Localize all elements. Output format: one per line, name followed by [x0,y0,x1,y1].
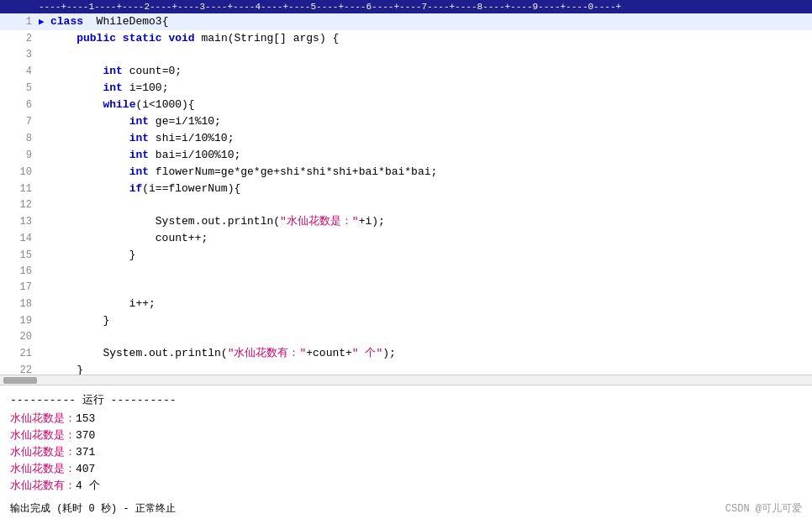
line-number-19: 19 [0,313,39,329]
output-line-2: 水仙花数是：370 [10,427,802,444]
line-number-5: 5 [0,81,39,97]
csdn-watermark: CSDN @可儿可爱 [725,501,802,516]
code-row-2: 2 public static void main(String[] args)… [0,30,812,47]
line-number-16: 16 [0,264,39,280]
line-number-13: 13 [0,214,39,230]
line-number-20: 20 [0,329,39,345]
ruler-text: ----+----1----+----2----+----3----+----4… [39,2,621,12]
output-status: 输出完成 (耗时 0 秒) - 正常终止 [10,501,176,516]
output-label-3: 水仙花数是： [10,446,76,459]
output-line-5: 水仙花数有：4 个 [10,478,802,495]
code-row-6: 6 while(i<1000){ [0,97,812,113]
code-row-22: 22 } [0,362,812,375]
line-number-8: 8 [0,131,39,147]
output-value-4: 407 [76,463,95,475]
code-row-18: 18 i++; [0,296,812,312]
code-row-14: 14 count++; [0,230,812,247]
code-row-16: 16 [0,264,812,280]
line-number-18: 18 [0,296,39,312]
code-row-20: 20 [0,329,812,345]
line-number-2: 2 [0,31,39,47]
code-row-7: 7 int ge=i/1%10; [0,113,812,130]
code-row-5: 5 int i=100; [0,80,812,97]
output-label-2: 水仙花数是： [10,429,76,442]
code-row-1: 1 ▶ class WhileDemo3{ [0,13,812,30]
line-number-15: 15 [0,248,39,264]
output-value-1: 153 [76,412,95,425]
line-number-21: 21 [0,346,39,362]
code-row-17: 17 [0,280,812,296]
code-line-15: } [49,247,812,263]
code-line-5: int i=100; [49,80,812,96]
code-row-9: 9 int bai=i/100%10; [0,147,812,164]
ruler-bar: ----+----1----+----2----+----3----+----4… [0,0,812,13]
code-line-7: int ge=i/1%10; [49,113,812,129]
line-number-1: 1 [0,14,39,30]
output-panel: ---------- 运行 ---------- 水仙花数是：153 水仙花数是… [0,385,812,519]
code-line-6: while(i<1000){ [49,97,812,113]
line-number-17: 17 [0,280,39,296]
output-line-1: 水仙花数是：153 [10,411,802,427]
code-line-14: count++; [49,230,812,246]
code-row-12: 12 [0,197,812,213]
code-line-4: int count=0; [49,63,812,79]
code-row-11: 11 if(i==flowerNum){ [0,181,812,197]
code-line-10: int flowerNum=ge*ge*ge+shi*shi*shi+bai*b… [49,164,812,180]
output-line-4: 水仙花数是：407 [10,461,802,478]
code-table: 1 ▶ class WhileDemo3{ 2 public static vo… [0,13,812,375]
code-line-8: int shi=i/10%10; [49,130,812,146]
code-row-4: 4 int count=0; [0,63,812,80]
line-number-22: 22 [0,363,39,375]
line-number-11: 11 [0,181,39,197]
code-line-13: System.out.println("水仙花数是："+i); [49,213,812,229]
code-line-1: class WhileDemo3{ [49,13,812,29]
line-number-14: 14 [0,231,39,247]
output-label-5: 水仙花数有： [10,480,76,492]
output-value-5: 4 个 [76,480,100,492]
line-number-9: 9 [0,148,39,164]
output-value-3: 371 [76,446,95,459]
line-number-3: 3 [0,47,39,63]
code-row-13: 13 System.out.println("水仙花数是："+i); [0,213,812,230]
line-number-10: 10 [0,165,39,181]
output-separator: ---------- 运行 ---------- [10,392,802,407]
code-row-3: 3 [0,47,812,63]
line-number-7: 7 [0,114,39,130]
code-line-22: } [49,362,812,375]
output-label-4: 水仙花数是： [10,463,76,475]
code-row-10: 10 int flowerNum=ge*ge*ge+shi*shi*shi+ba… [0,164,812,181]
line-number-6: 6 [0,97,39,113]
code-line-21: System.out.println("水仙花数有："+count+" 个"); [49,345,812,361]
line-number-12: 12 [0,197,39,213]
code-row-21: 21 System.out.println("水仙花数有："+count+" 个… [0,345,812,362]
line-number-4: 4 [0,64,39,80]
code-line-19: } [49,312,812,328]
output-label-1: 水仙花数是： [10,412,76,425]
scrollbar-thumb[interactable] [3,377,37,384]
code-editor[interactable]: 1 ▶ class WhileDemo3{ 2 public static vo… [0,13,812,375]
code-row-8: 8 int shi=i/10%10; [0,130,812,147]
code-row-19: 19 } [0,312,812,329]
line-arrow-1: ▶ [39,14,49,30]
output-value-2: 370 [76,429,95,442]
output-line-3: 水仙花数是：371 [10,444,802,461]
code-line-18: i++; [49,296,812,312]
code-row-15: 15 } [0,247,812,264]
code-line-11: if(i==flowerNum){ [49,181,812,197]
code-line-2: public static void main(String[] args) { [49,30,812,46]
output-footer: 输出完成 (耗时 0 秒) - 正常终止 CSDN @可儿可爱 [10,501,802,516]
code-line-9: int bai=i/100%10; [49,147,812,163]
horizontal-scrollbar[interactable] [0,375,812,385]
